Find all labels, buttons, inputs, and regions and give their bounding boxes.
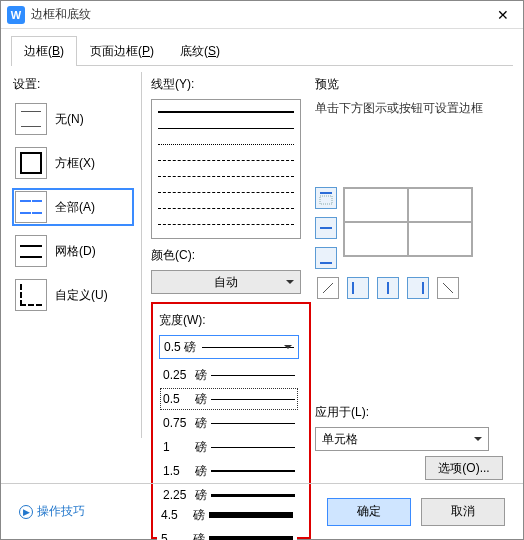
preview-label: 预览 xyxy=(315,76,505,93)
tab-borders[interactable]: 边框(B) xyxy=(11,36,77,66)
close-button[interactable]: ✕ xyxy=(483,1,523,29)
dialog-window: W 边框和底纹 ✕ 边框(B) 页面边框(P) 底纹(S) 设置: 无(N) 方… xyxy=(0,0,524,540)
preview-vertical-buttons xyxy=(315,187,337,269)
width-option-0.75[interactable]: 0.75磅 xyxy=(159,411,299,435)
border-top-button[interactable] xyxy=(315,187,337,209)
content: 设置: 无(N) 方框(X) 全部(A) 网格(D) 自定义(U) xyxy=(1,66,523,78)
cancel-button[interactable]: 取消 xyxy=(421,498,505,526)
window-title: 边框和底纹 xyxy=(31,6,483,23)
border-left-button[interactable] xyxy=(347,277,369,299)
svg-rect-3 xyxy=(320,262,332,264)
width-option-0.5[interactable]: 0.5磅 xyxy=(159,387,299,411)
line-style-list[interactable] xyxy=(151,99,301,239)
line-label: 线型(Y): xyxy=(151,76,301,93)
width-select[interactable]: 0.5 磅 xyxy=(159,335,299,359)
svg-rect-0 xyxy=(320,192,332,194)
settings-label: 设置: xyxy=(13,76,133,93)
setting-custom[interactable]: 自定义(U) xyxy=(13,277,133,313)
svg-rect-6 xyxy=(387,282,389,294)
apply-row: 应用于(L): 单元格 xyxy=(315,400,505,451)
svg-rect-1 xyxy=(320,196,332,204)
svg-rect-2 xyxy=(320,227,332,229)
preview-box[interactable] xyxy=(343,187,473,257)
setting-grid-icon xyxy=(15,235,47,267)
width-label: 宽度(W): xyxy=(159,312,303,329)
setting-none[interactable]: 无(N) xyxy=(13,101,133,137)
border-diag2-button[interactable] xyxy=(437,277,459,299)
tab-page-border[interactable]: 页面边框(P) xyxy=(77,36,167,66)
preview-hint: 单击下方图示或按钮可设置边框 xyxy=(315,99,505,117)
preview-horizontal-buttons xyxy=(317,277,505,299)
preview-area xyxy=(315,187,505,269)
border-diag1-button[interactable] xyxy=(317,277,339,299)
width-option-5[interactable]: 5磅 xyxy=(157,527,297,540)
setting-all-icon xyxy=(15,191,47,223)
options-button[interactable]: 选项(O)... xyxy=(425,456,503,480)
svg-line-4 xyxy=(323,283,333,293)
titlebar: W 边框和底纹 ✕ xyxy=(1,1,523,29)
width-option-4.5[interactable]: 4.5磅 xyxy=(157,503,297,527)
width-option-1.5[interactable]: 1.5磅 xyxy=(159,459,299,483)
setting-grid[interactable]: 网格(D) xyxy=(13,233,133,269)
tips-icon: ▶ xyxy=(19,505,33,519)
width-preview-line xyxy=(202,347,294,348)
border-right-button[interactable] xyxy=(407,277,429,299)
color-label: 颜色(C): xyxy=(151,247,301,264)
app-icon: W xyxy=(7,6,25,24)
border-bottom-button[interactable] xyxy=(315,247,337,269)
tab-shading[interactable]: 底纹(S) xyxy=(167,36,233,66)
ok-button[interactable]: 确定 xyxy=(327,498,411,526)
divider xyxy=(141,72,142,438)
color-select[interactable]: 自动 xyxy=(151,270,301,294)
apply-label: 应用于(L): xyxy=(315,404,505,421)
setting-none-icon xyxy=(15,103,47,135)
apply-select[interactable]: 单元格 xyxy=(315,427,489,451)
preview-column: 预览 单击下方图示或按钮可设置边框 xyxy=(315,72,505,299)
tips-link[interactable]: ▶ 操作技巧 xyxy=(19,503,85,520)
svg-line-8 xyxy=(443,283,453,293)
svg-rect-7 xyxy=(422,282,424,294)
tabs: 边框(B) 页面边框(P) 底纹(S) xyxy=(11,35,513,66)
setting-box[interactable]: 方框(X) xyxy=(13,145,133,181)
width-option-0.25[interactable]: 0.25磅 xyxy=(159,363,299,387)
setting-custom-icon xyxy=(15,279,47,311)
width-dropdown-overflow: 4.5磅5磅 xyxy=(157,503,297,540)
border-vmid-button[interactable] xyxy=(377,277,399,299)
settings-column: 设置: 无(N) 方框(X) 全部(A) 网格(D) 自定义(U) xyxy=(13,72,133,321)
line-column: 线型(Y): 颜色(C): 自动 宽度(W): 0.5 磅 0.25磅0.5磅 xyxy=(151,72,301,539)
setting-box-icon xyxy=(15,147,47,179)
setting-all[interactable]: 全部(A) xyxy=(13,189,133,225)
width-option-1[interactable]: 1磅 xyxy=(159,435,299,459)
border-hmid-button[interactable] xyxy=(315,217,337,239)
svg-rect-5 xyxy=(352,282,354,294)
